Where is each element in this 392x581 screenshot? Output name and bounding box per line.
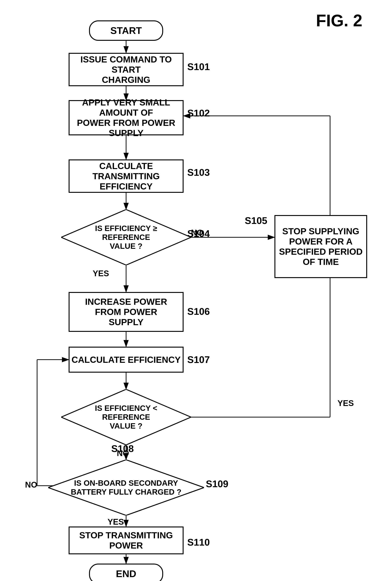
page: FIG. 2 bbox=[0, 0, 392, 581]
s106-process: INCREASE POWER FROM POWER SUPPLY bbox=[68, 292, 184, 332]
end-terminal: END bbox=[89, 564, 163, 581]
start-terminal: START bbox=[89, 20, 163, 41]
s109-no-label: NO bbox=[25, 480, 37, 490]
s109-yes-label: YES bbox=[108, 517, 124, 527]
s108-decision: IS EFFICIENCY < REFERENCE VALUE ? bbox=[61, 389, 191, 445]
s101-label: S101 bbox=[187, 61, 210, 72]
s103-process: CALCULATE TRANSMITTING EFFICIENCY bbox=[68, 159, 184, 193]
s107-process: CALCULATE EFFICIENCY bbox=[68, 347, 184, 373]
s103-label: S103 bbox=[187, 167, 210, 178]
s105-process: STOP SUPPLYING POWER FOR A SPECIFIED PER… bbox=[274, 215, 367, 278]
s101-process: ISSUE COMMAND TO START CHARGING bbox=[68, 53, 184, 86]
s104-decision: IS EFFICIENCY ≥ REFERENCE VALUE ? bbox=[61, 209, 191, 265]
s110-label: S110 bbox=[187, 537, 210, 548]
s110-process: STOP TRANSMITTING POWER bbox=[68, 527, 184, 554]
s108-yes-label: YES bbox=[338, 399, 354, 408]
s102-label: S102 bbox=[187, 107, 210, 119]
s104-no-label: NO bbox=[191, 228, 203, 237]
s105-label: S105 bbox=[245, 215, 267, 226]
s102-process: APPLY VERY SMALL AMOUNT OF POWER FROM PO… bbox=[68, 100, 184, 135]
figure-label: FIG. 2 bbox=[316, 11, 362, 30]
s109-decision: IS ON-BOARD SECONDARY BATTERY FULLY CHAR… bbox=[48, 460, 204, 515]
s108-no-label: NO bbox=[117, 449, 129, 458]
s107-label: S107 bbox=[187, 354, 210, 365]
s104-yes-label: YES bbox=[93, 269, 109, 278]
s106-label: S106 bbox=[187, 306, 210, 317]
s109-label: S109 bbox=[206, 478, 228, 490]
